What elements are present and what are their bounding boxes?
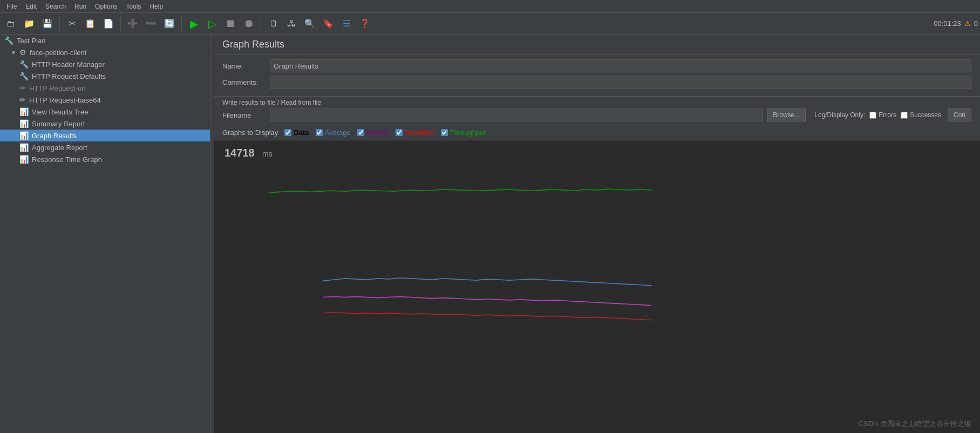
successes-checkbox-group[interactable]: Successes — [901, 111, 941, 119]
sidebar-item-aggregate-report[interactable]: 📊 Aggregate Report — [0, 141, 210, 153]
svg-point-33 — [634, 265, 636, 267]
main-layout: 🔧 Test Plan ▼ ⚙ face-petition-client 🔧 H… — [0, 35, 980, 433]
average-checkbox[interactable] — [316, 129, 323, 136]
svg-point-9 — [475, 265, 478, 267]
toolbar-stop-now[interactable]: ⏺ — [240, 15, 257, 32]
deviation-checkbox[interactable] — [396, 129, 403, 136]
sidebar-item-test-plan[interactable]: 🔧 Test Plan — [0, 35, 210, 46]
menu-help[interactable]: Help — [145, 2, 167, 11]
menu-tools[interactable]: Tools — [121, 2, 145, 11]
sidebar-item-summary-report[interactable]: 📊 Summary Report — [0, 118, 210, 130]
successes-checkbox[interactable] — [901, 112, 908, 119]
browse-button[interactable]: Browse... — [767, 109, 806, 121]
filename-input[interactable] — [270, 109, 763, 121]
median-check-group[interactable]: Median — [357, 128, 390, 137]
sidebar-item-graph-results[interactable]: 📊 Graph Results — [0, 130, 210, 141]
average-check-group[interactable]: Average — [316, 128, 351, 137]
name-row: Name: — [222, 59, 971, 72]
sidebar-item-http-url[interactable]: ✏ HTTP Request-url — [0, 82, 210, 94]
con-button[interactable]: Con — [948, 109, 971, 121]
aggregate-icon: 📊 — [19, 143, 29, 152]
response-time-icon: 📊 — [19, 155, 29, 164]
sidebar-item-http-base64[interactable]: ✏ HTTP Request-base64 — [0, 94, 210, 106]
throughput-checkbox[interactable] — [441, 129, 448, 136]
name-input[interactable] — [270, 59, 971, 72]
toolbar-toggle[interactable]: 🔄 — [161, 15, 178, 32]
toolbar-search[interactable]: 🔍 — [301, 15, 318, 32]
graph-svg — [214, 140, 980, 433]
menu-options[interactable]: Options — [91, 2, 121, 11]
svg-point-43 — [453, 379, 455, 381]
svg-point-17 — [552, 321, 554, 323]
toolbar-remote[interactable]: 🖥 — [264, 15, 282, 32]
toolbar-stop[interactable]: ⏹ — [222, 15, 239, 32]
svg-point-42 — [443, 385, 445, 387]
toolbar-open[interactable]: 📁 — [21, 15, 38, 32]
svg-point-10 — [486, 239, 488, 241]
svg-point-41 — [432, 373, 434, 375]
http-base64-icon: ✏ — [19, 96, 26, 104]
filename-label: Filename — [222, 111, 266, 119]
toolbar-save[interactable]: 💾 — [39, 15, 56, 32]
watermark: CSDN @愚味之山绝望之谷开悟之坡 — [858, 419, 971, 429]
svg-point-3 — [388, 274, 390, 276]
svg-point-15 — [541, 245, 543, 247]
toolbar-run[interactable]: ▶ — [185, 15, 202, 32]
file-section-title: Write results to file / Read from file — [222, 99, 971, 106]
toolbar-copy[interactable]: 📋 — [81, 15, 99, 32]
toolbar-remote2[interactable]: 🖧 — [283, 15, 300, 32]
svg-point-25 — [590, 262, 593, 264]
toolbar-cut[interactable]: ✂ — [63, 15, 80, 32]
svg-point-37 — [514, 391, 516, 393]
data-check-group[interactable]: Data — [284, 128, 309, 137]
errors-checkbox-group[interactable]: Errors — [869, 111, 896, 119]
sidebar-item-view-results[interactable]: 📊 View Results Tree — [0, 106, 210, 118]
median-check-label: Median — [366, 128, 390, 137]
expand-icon: ▼ — [11, 50, 16, 56]
menu-run[interactable]: Run — [70, 2, 91, 11]
sidebar-item-http-defaults[interactable]: 🔧 HTTP Request Defaults — [0, 70, 210, 82]
svg-point-18 — [557, 268, 560, 270]
comments-input[interactable] — [270, 76, 971, 89]
toolbar-new[interactable]: 🗀 — [2, 15, 19, 32]
zero-count: 0 — [974, 19, 978, 28]
svg-point-35 — [645, 403, 647, 405]
sidebar-item-http-header[interactable]: 🔧 HTTP Header Manager — [0, 58, 210, 70]
toolbar-expand[interactable]: ➕ — [124, 15, 141, 32]
toolbar-sep3 — [181, 16, 182, 31]
toolbar-list[interactable]: ☰ — [338, 15, 355, 32]
toolbar-bookmark[interactable]: 🔖 — [319, 15, 337, 32]
svg-point-16 — [547, 256, 549, 259]
sidebar-item-response-time[interactable]: 📊 Response Time Graph — [0, 153, 210, 165]
menu-edit[interactable]: Edit — [21, 2, 41, 11]
sidebar-item-face-petition[interactable]: ▼ ⚙ face-petition-client — [0, 46, 210, 58]
svg-point-7 — [453, 303, 455, 305]
svg-point-38 — [525, 397, 527, 399]
menu-file[interactable]: File — [2, 2, 21, 11]
toolbar-paste[interactable]: 📄 — [100, 15, 117, 32]
errors-checkbox[interactable] — [869, 112, 876, 119]
menu-search[interactable]: Search — [41, 2, 70, 11]
svg-point-40 — [547, 408, 549, 410]
data-checkbox[interactable] — [284, 129, 291, 136]
log-display-label: Log/Display Only: — [814, 111, 865, 119]
throughput-check-group[interactable]: Throughput — [441, 128, 486, 137]
toolbar-run-select[interactable]: ▷ — [203, 15, 221, 32]
toolbar-sep4 — [261, 16, 261, 31]
menu-bar: File Edit Search Run Options Tools Help — [0, 0, 980, 13]
svg-point-5 — [420, 292, 423, 294]
svg-point-36 — [650, 268, 652, 270]
median-checkbox[interactable] — [357, 129, 364, 136]
http-url-icon: ✏ — [19, 84, 26, 92]
svg-point-21 — [574, 362, 576, 364]
toolbar-collapse[interactable]: ➖ — [142, 15, 160, 32]
view-results-icon: 📊 — [19, 107, 29, 116]
svg-point-0 — [322, 233, 324, 235]
sidebar-item-label: HTTP Header Manager — [32, 60, 105, 69]
svg-point-19 — [563, 253, 565, 255]
svg-point-26 — [596, 274, 598, 276]
svg-point-24 — [585, 350, 587, 352]
toolbar-help[interactable]: ❓ — [356, 15, 373, 32]
deviation-check-group[interactable]: Deviation — [396, 128, 434, 137]
svg-point-20 — [568, 247, 570, 249]
